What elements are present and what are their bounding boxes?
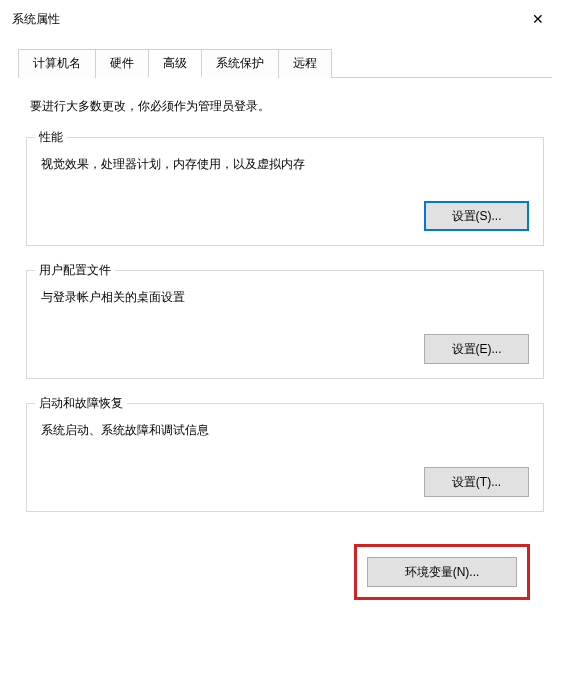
group-performance: 性能 视觉效果，处理器计划，内存使用，以及虚拟内存 设置(S)... — [26, 137, 544, 246]
button-row: 设置(T)... — [41, 467, 529, 497]
tab-computer-name[interactable]: 计算机名 — [18, 49, 96, 78]
admin-note: 要进行大多数更改，你必须作为管理员登录。 — [26, 98, 544, 115]
settings-performance-button[interactable]: 设置(S)... — [424, 201, 529, 231]
tab-strip: 计算机名 硬件 高级 系统保护 远程 — [18, 48, 552, 78]
tab-panel-advanced: 要进行大多数更改，你必须作为管理员登录。 性能 视觉效果，处理器计划，内存使用，… — [18, 78, 552, 618]
dialog-content: 计算机名 硬件 高级 系统保护 远程 要进行大多数更改，你必须作为管理员登录。 … — [0, 48, 570, 636]
close-button[interactable]: ✕ — [518, 5, 558, 33]
tab-system-protection[interactable]: 系统保护 — [201, 49, 279, 78]
tab-label: 系统保护 — [216, 56, 264, 70]
window-title: 系统属性 — [12, 11, 60, 28]
button-row: 设置(E)... — [41, 334, 529, 364]
tab-label: 计算机名 — [33, 56, 81, 70]
tab-label: 高级 — [163, 56, 187, 70]
settings-profiles-button[interactable]: 设置(E)... — [424, 334, 529, 364]
environment-variables-button[interactable]: 环境变量(N)... — [367, 557, 517, 587]
group-user-profiles: 用户配置文件 与登录帐户相关的桌面设置 设置(E)... — [26, 270, 544, 379]
env-highlight-border: 环境变量(N)... — [354, 544, 530, 600]
group-title-profiles: 用户配置文件 — [35, 262, 115, 279]
tab-advanced[interactable]: 高级 — [148, 49, 202, 78]
group-startup-recovery: 启动和故障恢复 系统启动、系统故障和调试信息 设置(T)... — [26, 403, 544, 512]
tab-label: 硬件 — [110, 56, 134, 70]
env-row: 环境变量(N)... — [26, 536, 544, 608]
tab-remote[interactable]: 远程 — [278, 49, 332, 78]
tab-hardware[interactable]: 硬件 — [95, 49, 149, 78]
tab-label: 远程 — [293, 56, 317, 70]
group-desc-performance: 视觉效果，处理器计划，内存使用，以及虚拟内存 — [41, 156, 529, 173]
group-desc-startup: 系统启动、系统故障和调试信息 — [41, 422, 529, 439]
group-title-startup: 启动和故障恢复 — [35, 395, 127, 412]
settings-startup-button[interactable]: 设置(T)... — [424, 467, 529, 497]
button-row: 设置(S)... — [41, 201, 529, 231]
group-desc-profiles: 与登录帐户相关的桌面设置 — [41, 289, 529, 306]
group-title-performance: 性能 — [35, 129, 67, 146]
titlebar: 系统属性 ✕ — [0, 0, 570, 34]
close-icon: ✕ — [532, 11, 544, 27]
